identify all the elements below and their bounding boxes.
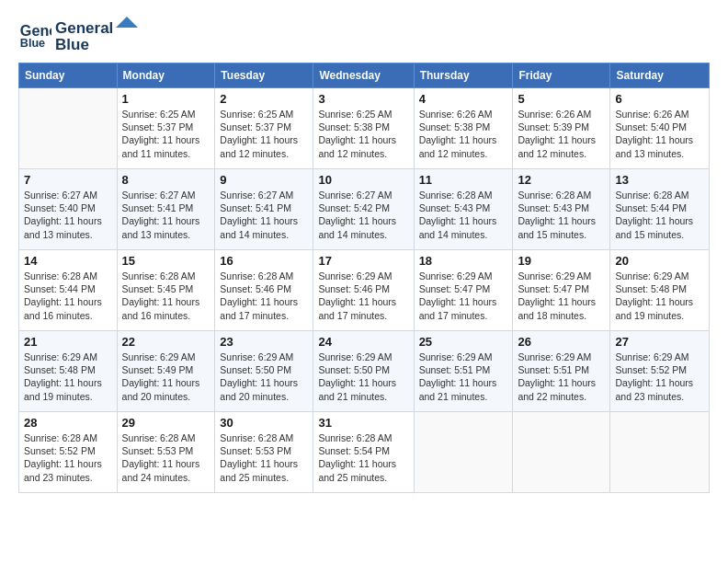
day-info: Sunrise: 6:29 AMSunset: 5:46 PMDaylight:… (318, 270, 408, 322)
day-number: 29 (122, 416, 210, 430)
calendar-cell: 20Sunrise: 6:29 AMSunset: 5:48 PMDayligh… (610, 250, 710, 331)
calendar-cell: 12Sunrise: 6:28 AMSunset: 5:43 PMDayligh… (513, 169, 610, 250)
calendar-cell: 14Sunrise: 6:28 AMSunset: 5:44 PMDayligh… (19, 250, 118, 331)
day-number: 25 (419, 335, 508, 349)
day-info: Sunrise: 6:28 AMSunset: 5:45 PMDaylight:… (122, 270, 210, 322)
day-number: 19 (518, 254, 605, 268)
calendar-cell (513, 412, 610, 493)
calendar-cell: 25Sunrise: 6:29 AMSunset: 5:51 PMDayligh… (414, 331, 513, 412)
calendar-cell: 5Sunrise: 6:26 AMSunset: 5:39 PMDaylight… (513, 88, 610, 169)
day-info: Sunrise: 6:26 AMSunset: 5:38 PMDaylight:… (419, 108, 508, 160)
day-number: 8 (122, 173, 210, 187)
weekday-header-thursday: Thursday (414, 63, 513, 88)
day-number: 1 (122, 92, 210, 106)
day-number: 21 (24, 335, 112, 349)
calendar-cell: 8Sunrise: 6:27 AMSunset: 5:41 PMDaylight… (117, 169, 215, 250)
weekday-header-sunday: Sunday (19, 63, 118, 88)
calendar-cell: 2Sunrise: 6:25 AMSunset: 5:37 PMDaylight… (215, 88, 313, 169)
weekday-header-wednesday: Wednesday (313, 63, 414, 88)
svg-text:Blue: Blue (55, 36, 89, 53)
day-number: 3 (318, 92, 408, 106)
day-number: 2 (220, 92, 308, 106)
day-info: Sunrise: 6:29 AMSunset: 5:49 PMDaylight:… (122, 350, 210, 403)
calendar-cell: 6Sunrise: 6:26 AMSunset: 5:40 PMDaylight… (610, 88, 710, 169)
calendar-cell: 13Sunrise: 6:28 AMSunset: 5:44 PMDayligh… (610, 169, 710, 250)
day-info: Sunrise: 6:29 AMSunset: 5:51 PMDaylight:… (419, 350, 508, 403)
day-number: 9 (220, 173, 308, 187)
day-info: Sunrise: 6:29 AMSunset: 5:52 PMDaylight:… (615, 350, 704, 403)
weekday-header-row: SundayMondayTuesdayWednesdayThursdayFrid… (19, 63, 710, 88)
calendar-cell: 3Sunrise: 6:25 AMSunset: 5:38 PMDaylight… (313, 88, 414, 169)
calendar-cell: 24Sunrise: 6:29 AMSunset: 5:50 PMDayligh… (313, 331, 414, 412)
calendar-week-row: 14Sunrise: 6:28 AMSunset: 5:44 PMDayligh… (19, 250, 710, 331)
svg-text:General: General (20, 22, 51, 39)
calendar-table: SundayMondayTuesdayWednesdayThursdayFrid… (18, 63, 710, 493)
day-info: Sunrise: 6:27 AMSunset: 5:41 PMDaylight:… (220, 189, 308, 241)
day-info: Sunrise: 6:28 AMSunset: 5:44 PMDaylight:… (24, 270, 112, 322)
day-info: Sunrise: 6:29 AMSunset: 5:47 PMDaylight:… (419, 270, 508, 322)
calendar-cell (610, 412, 710, 493)
day-number: 16 (220, 254, 308, 268)
day-number: 12 (518, 173, 605, 187)
day-info: Sunrise: 6:26 AMSunset: 5:39 PMDaylight:… (518, 108, 605, 160)
calendar-cell (19, 88, 118, 169)
day-number: 27 (615, 335, 704, 349)
calendar-cell (414, 412, 513, 493)
weekday-header-friday: Friday (513, 63, 610, 88)
weekday-header-tuesday: Tuesday (215, 63, 313, 88)
calendar-cell: 18Sunrise: 6:29 AMSunset: 5:47 PMDayligh… (414, 250, 513, 331)
day-info: Sunrise: 6:25 AMSunset: 5:37 PMDaylight:… (122, 108, 210, 160)
day-info: Sunrise: 6:28 AMSunset: 5:46 PMDaylight:… (220, 270, 308, 322)
day-info: Sunrise: 6:26 AMSunset: 5:40 PMDaylight:… (615, 108, 704, 160)
day-info: Sunrise: 6:25 AMSunset: 5:38 PMDaylight:… (318, 108, 408, 160)
calendar-cell: 28Sunrise: 6:28 AMSunset: 5:52 PMDayligh… (19, 412, 118, 493)
day-info: Sunrise: 6:29 AMSunset: 5:47 PMDaylight:… (518, 270, 605, 322)
calendar-cell: 23Sunrise: 6:29 AMSunset: 5:50 PMDayligh… (215, 331, 313, 412)
calendar-cell: 4Sunrise: 6:26 AMSunset: 5:38 PMDaylight… (414, 88, 513, 169)
day-info: Sunrise: 6:28 AMSunset: 5:44 PMDaylight:… (615, 189, 704, 241)
calendar-week-row: 7Sunrise: 6:27 AMSunset: 5:40 PMDaylight… (19, 169, 710, 250)
day-number: 6 (615, 92, 704, 106)
day-number: 24 (318, 335, 408, 349)
day-info: Sunrise: 6:29 AMSunset: 5:48 PMDaylight:… (615, 270, 704, 322)
weekday-header-monday: Monday (117, 63, 215, 88)
calendar-cell: 26Sunrise: 6:29 AMSunset: 5:51 PMDayligh… (513, 331, 610, 412)
svg-marker-5 (116, 17, 138, 28)
calendar-cell: 15Sunrise: 6:28 AMSunset: 5:45 PMDayligh… (117, 250, 215, 331)
logo-svg: General Blue (55, 15, 138, 53)
calendar-cell: 1Sunrise: 6:25 AMSunset: 5:37 PMDaylight… (117, 88, 215, 169)
day-number: 4 (419, 92, 508, 106)
day-number: 31 (318, 416, 408, 430)
day-info: Sunrise: 6:28 AMSunset: 5:43 PMDaylight:… (518, 189, 605, 241)
calendar-cell: 7Sunrise: 6:27 AMSunset: 5:40 PMDaylight… (19, 169, 118, 250)
day-number: 13 (615, 173, 704, 187)
logo-icon: General Blue (18, 17, 51, 51)
page-header: General Blue General Blue (18, 15, 710, 53)
calendar-cell: 31Sunrise: 6:28 AMSunset: 5:54 PMDayligh… (313, 412, 414, 493)
calendar-week-row: 28Sunrise: 6:28 AMSunset: 5:52 PMDayligh… (19, 412, 710, 493)
day-number: 20 (615, 254, 704, 268)
day-number: 14 (24, 254, 112, 268)
day-info: Sunrise: 6:29 AMSunset: 5:50 PMDaylight:… (318, 350, 408, 403)
day-info: Sunrise: 6:27 AMSunset: 5:42 PMDaylight:… (318, 189, 408, 241)
calendar-cell: 30Sunrise: 6:28 AMSunset: 5:53 PMDayligh… (215, 412, 313, 493)
calendar-cell: 22Sunrise: 6:29 AMSunset: 5:49 PMDayligh… (117, 331, 215, 412)
day-number: 18 (419, 254, 508, 268)
calendar-cell: 16Sunrise: 6:28 AMSunset: 5:46 PMDayligh… (215, 250, 313, 331)
day-info: Sunrise: 6:27 AMSunset: 5:41 PMDaylight:… (122, 189, 210, 241)
day-info: Sunrise: 6:28 AMSunset: 5:53 PMDaylight:… (220, 431, 308, 484)
day-number: 5 (518, 92, 605, 106)
day-number: 30 (220, 416, 308, 430)
weekday-header-saturday: Saturday (610, 63, 710, 88)
day-number: 22 (122, 335, 210, 349)
calendar-cell: 21Sunrise: 6:29 AMSunset: 5:48 PMDayligh… (19, 331, 118, 412)
day-info: Sunrise: 6:28 AMSunset: 5:53 PMDaylight:… (122, 431, 210, 484)
calendar-cell: 17Sunrise: 6:29 AMSunset: 5:46 PMDayligh… (313, 250, 414, 331)
svg-text:Blue: Blue (20, 37, 45, 50)
logo: General Blue General Blue (18, 15, 138, 53)
day-number: 15 (122, 254, 210, 268)
day-number: 7 (24, 173, 112, 187)
calendar-week-row: 21Sunrise: 6:29 AMSunset: 5:48 PMDayligh… (19, 331, 710, 412)
day-info: Sunrise: 6:29 AMSunset: 5:48 PMDaylight:… (24, 350, 112, 403)
day-number: 28 (24, 416, 112, 430)
